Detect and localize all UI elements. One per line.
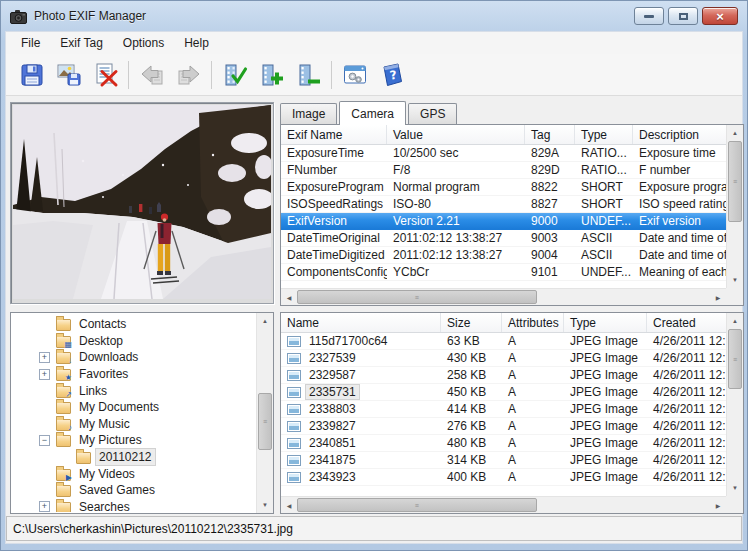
- exif-row[interactable]: ExposureProgramNormal program8822SHORTEx…: [281, 179, 726, 196]
- scrollbar-thumb[interactable]: ≡: [728, 329, 742, 389]
- tab-gps[interactable]: GPS: [408, 103, 457, 124]
- column-header[interactable]: Tag: [525, 125, 575, 144]
- vertical-scrollbar[interactable]: ▲ ≡ ▼: [726, 313, 743, 496]
- tree-item[interactable]: ♪My Music: [11, 416, 256, 433]
- help-icon: ?: [379, 62, 405, 88]
- scroll-right-icon[interactable]: ▶: [710, 497, 726, 513]
- expand-icon[interactable]: +: [39, 369, 50, 380]
- scroll-left-icon[interactable]: ◀: [281, 497, 297, 513]
- exif-cell: 9003: [525, 230, 575, 246]
- exif-row[interactable]: FNumberF/8829DRATIO...F number: [281, 162, 726, 179]
- save-button[interactable]: [13, 57, 50, 93]
- file-row[interactable]: 2340851480 KBAJPEG Image4/26/2011 12:: [281, 435, 726, 452]
- file-cell: 450 KB: [441, 384, 502, 400]
- tree-item[interactable]: ↗Links: [11, 382, 256, 399]
- menu-file[interactable]: File: [11, 33, 50, 53]
- maximize-button[interactable]: [668, 7, 698, 25]
- scroll-down-icon[interactable]: ▼: [727, 272, 743, 288]
- exif-cell: SHORT: [575, 196, 633, 212]
- file-row[interactable]: 2343923400 KBAJPEG Image4/26/2011 12:: [281, 469, 726, 486]
- delete-exif-button[interactable]: [87, 57, 124, 93]
- file-row[interactable]: 115d71700c6463 KBAJPEG Image4/26/2011 12…: [281, 333, 726, 350]
- scrollbar-thumb[interactable]: ≡: [297, 498, 537, 512]
- toolbar: ?: [6, 54, 742, 96]
- scroll-left-icon[interactable]: ◀: [281, 289, 297, 305]
- tree-item[interactable]: ▦Desktop: [11, 333, 256, 350]
- exif-cell: ISO speed rating: [633, 196, 726, 212]
- tree-item[interactable]: +Searches: [11, 499, 256, 512]
- minimize-button[interactable]: [634, 7, 664, 25]
- column-header[interactable]: Type: [564, 313, 647, 332]
- collapse-icon[interactable]: −: [39, 435, 50, 446]
- scroll-down-icon[interactable]: ▼: [727, 480, 743, 496]
- help-button[interactable]: ?: [373, 57, 410, 93]
- scrollbar-thumb[interactable]: ≡: [258, 393, 272, 450]
- column-header[interactable]: Value: [387, 125, 525, 144]
- file-row[interactable]: 2329587258 KBAJPEG Image4/26/2011 12:: [281, 367, 726, 384]
- exif-cell: Version 2.21: [387, 213, 525, 229]
- tree-item[interactable]: +↓Downloads: [11, 349, 256, 366]
- tree-item[interactable]: Contacts: [11, 316, 256, 333]
- exif-row[interactable]: ISOSpeedRatingsISO-808827SHORTISO speed …: [281, 196, 726, 213]
- verify-tags-button[interactable]: [216, 57, 253, 93]
- column-header[interactable]: Exif Name: [281, 125, 387, 144]
- expand-icon[interactable]: +: [39, 352, 50, 363]
- file-row[interactable]: 2341875314 KBAJPEG Image4/26/2011 12:: [281, 452, 726, 469]
- vertical-scrollbar[interactable]: ▲ ≡ ▼: [726, 125, 743, 288]
- menu-help[interactable]: Help: [174, 33, 219, 53]
- file-cell: A: [502, 401, 564, 417]
- menu-exif-tag[interactable]: Exif Tag: [50, 33, 112, 53]
- exif-row[interactable]: DateTimeOriginal2011:02:12 13:38:279003A…: [281, 230, 726, 247]
- exif-row[interactable]: ExposureTime10/2500 sec829ARATIO...Expos…: [281, 145, 726, 162]
- column-header[interactable]: Size: [441, 313, 502, 332]
- scroll-up-icon[interactable]: ▲: [257, 313, 273, 329]
- titlebar[interactable]: Photo EXIF Manager ×: [1, 1, 747, 31]
- horizontal-scrollbar[interactable]: ◀ ≡ ▶: [281, 496, 726, 513]
- exif-cell: F/8: [387, 162, 525, 178]
- exif-row[interactable]: ExifVersionVersion 2.219000UNDEF...Exif …: [281, 213, 726, 230]
- tree-item-label: Favorites: [76, 366, 131, 382]
- tree-item[interactable]: +★Favorites: [11, 366, 256, 383]
- scroll-right-icon[interactable]: ▶: [710, 289, 726, 305]
- exif-cell: ISOSpeedRatings: [281, 196, 387, 212]
- options-button[interactable]: [336, 57, 373, 93]
- previous-image-button[interactable]: [133, 57, 170, 93]
- file-cell: 314 KB: [441, 452, 502, 468]
- tree-item[interactable]: 20110212: [11, 449, 256, 466]
- exif-row[interactable]: DateTimeDigitized2011:02:12 13:38:279004…: [281, 247, 726, 264]
- close-button[interactable]: ×: [702, 7, 738, 25]
- column-header[interactable]: Type: [575, 125, 633, 144]
- tree-item-label: Downloads: [76, 349, 141, 365]
- expand-icon[interactable]: +: [39, 501, 50, 512]
- tab-image[interactable]: Image: [280, 103, 337, 124]
- file-row[interactable]: 2339827276 KBAJPEG Image4/26/2011 12:: [281, 418, 726, 435]
- exif-cell: Date and time of: [633, 247, 726, 263]
- save-picture-button[interactable]: [50, 57, 87, 93]
- remove-tag-icon: [296, 62, 322, 88]
- vertical-scrollbar[interactable]: ▲ ≡ ▼: [256, 313, 273, 513]
- add-tag-button[interactable]: [253, 57, 290, 93]
- tab-camera[interactable]: Camera: [339, 101, 406, 125]
- column-header[interactable]: Name: [281, 313, 441, 332]
- scroll-down-icon[interactable]: ▼: [257, 497, 273, 513]
- exif-row[interactable]: ComponentsConfig...YCbCr9101UNDEF...Mean…: [281, 264, 726, 281]
- file-cell: A: [502, 418, 564, 434]
- next-image-button[interactable]: [170, 57, 207, 93]
- horizontal-scrollbar[interactable]: ◀ ≡ ▶: [281, 288, 726, 305]
- scrollbar-thumb[interactable]: ≡: [728, 141, 742, 222]
- menu-options[interactable]: Options: [113, 33, 174, 53]
- file-row[interactable]: 2335731450 KBAJPEG Image4/26/2011 12:: [281, 384, 726, 401]
- column-header[interactable]: Attributes: [502, 313, 564, 332]
- remove-tag-button[interactable]: [290, 57, 327, 93]
- tree-item[interactable]: ▶My Videos: [11, 465, 256, 482]
- file-list: Name Size Attributes Type Created 115d71…: [280, 312, 744, 514]
- scroll-up-icon[interactable]: ▲: [727, 313, 743, 329]
- scroll-up-icon[interactable]: ▲: [727, 125, 743, 141]
- file-row[interactable]: 2338803414 KBAJPEG Image4/26/2011 12:: [281, 401, 726, 418]
- tree-item[interactable]: My Documents: [11, 399, 256, 416]
- tree-item[interactable]: −My Pictures: [11, 432, 256, 449]
- file-row[interactable]: 2327539430 KBAJPEG Image4/26/2011 12:: [281, 350, 726, 367]
- scrollbar-thumb[interactable]: ≡: [297, 290, 537, 304]
- file-name: 2335731: [306, 385, 359, 399]
- tree-item[interactable]: Saved Games: [11, 482, 256, 499]
